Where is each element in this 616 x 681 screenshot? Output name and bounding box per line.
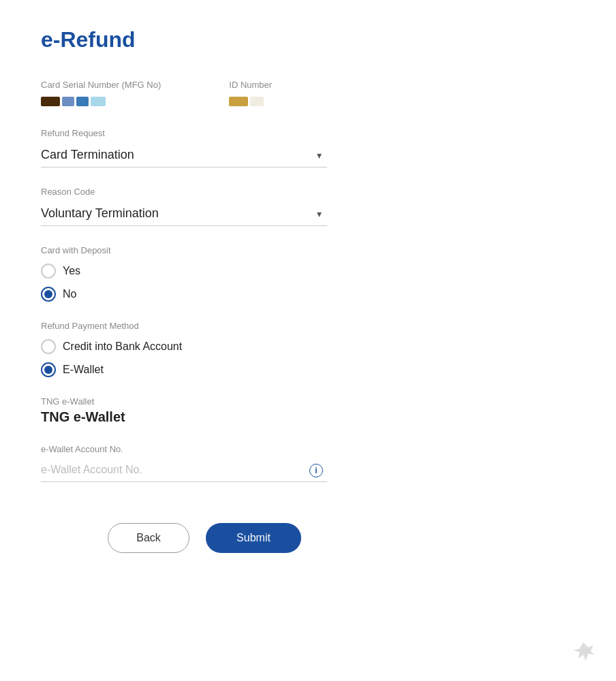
ewallet-account-wrapper: i xyxy=(41,458,327,482)
swatch-2 xyxy=(62,97,74,106)
reason-code-section: Reason Code Voluntary Termination Other … xyxy=(41,187,368,226)
info-icon[interactable]: i xyxy=(309,464,323,477)
tng-wallet-section: TNG e-Wallet TNG e-Wallet xyxy=(41,396,368,425)
reason-code-wrapper: Voluntary Termination Other ▾ xyxy=(41,201,327,226)
swatch-4 xyxy=(91,97,106,106)
ewallet-label: E-Wallet xyxy=(63,364,104,376)
card-deposit-yes-option[interactable]: Yes xyxy=(41,264,368,279)
card-deposit-no-radio[interactable] xyxy=(41,287,56,302)
reason-code-select[interactable]: Voluntary Termination Other xyxy=(41,201,327,226)
id-number-value xyxy=(229,97,272,106)
reason-code-label: Reason Code xyxy=(41,187,368,197)
refund-request-label: Refund Request xyxy=(41,128,368,138)
credit-bank-option[interactable]: Credit into Bank Account xyxy=(41,339,368,354)
id-number-group: ID Number xyxy=(229,80,272,106)
watermark xyxy=(571,640,596,667)
id-number-label: ID Number xyxy=(229,80,272,90)
id-swatch-1 xyxy=(229,97,248,106)
credit-bank-label: Credit into Bank Account xyxy=(63,340,182,353)
back-button[interactable]: Back xyxy=(108,523,189,553)
credit-bank-radio[interactable] xyxy=(41,339,56,354)
swatch-1 xyxy=(41,97,60,106)
refund-request-wrapper: Card Termination Other ▾ xyxy=(41,142,327,168)
button-row: Back Submit xyxy=(41,523,368,553)
ewallet-account-section: e-Wallet Account No. i xyxy=(41,444,368,482)
card-deposit-no-label: No xyxy=(63,288,76,300)
refund-payment-method-section: Refund Payment Method Credit into Bank A… xyxy=(41,321,368,377)
ewallet-account-label: e-Wallet Account No. xyxy=(41,444,368,454)
ewallet-radio[interactable] xyxy=(41,362,56,377)
card-with-deposit-section: Card with Deposit Yes No xyxy=(41,245,368,302)
refund-payment-method-label: Refund Payment Method xyxy=(41,321,368,331)
id-swatch-2 xyxy=(250,97,264,106)
page-title: e-Refund xyxy=(41,27,368,52)
card-deposit-yes-label: Yes xyxy=(63,265,80,277)
card-serial-label: Card Serial Number (MFG No) xyxy=(41,80,161,90)
ewallet-account-input[interactable] xyxy=(41,458,327,482)
card-deposit-no-option[interactable]: No xyxy=(41,287,368,302)
tng-wallet-label: TNG e-Wallet xyxy=(41,396,368,407)
ewallet-option[interactable]: E-Wallet xyxy=(41,362,368,377)
card-deposit-yes-radio[interactable] xyxy=(41,264,56,279)
submit-button[interactable]: Submit xyxy=(206,523,301,553)
card-serial-value xyxy=(41,97,161,106)
swatch-3 xyxy=(76,97,89,106)
tng-wallet-value: TNG e-Wallet xyxy=(41,409,368,425)
refund-request-section: Refund Request Card Termination Other ▾ xyxy=(41,128,368,168)
card-serial-group: Card Serial Number (MFG No) xyxy=(41,80,161,106)
card-with-deposit-label: Card with Deposit xyxy=(41,245,368,255)
refund-request-select[interactable]: Card Termination Other xyxy=(41,142,327,168)
